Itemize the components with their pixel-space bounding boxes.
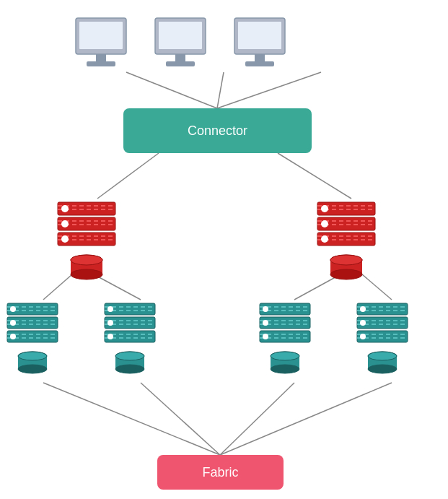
svg-point-41 (71, 255, 102, 265)
red-server-right-icon (314, 199, 386, 282)
svg-point-116 (360, 320, 366, 326)
svg-line-4 (278, 153, 351, 199)
svg-rect-18 (159, 22, 202, 49)
diagram-container: Connector (0, 0, 448, 499)
computer-icon-2 (151, 14, 209, 72)
svg-rect-20 (166, 61, 195, 66)
svg-point-85 (107, 334, 113, 339)
connector-box: Connector (123, 108, 312, 153)
svg-point-69 (10, 334, 16, 339)
svg-point-83 (107, 306, 113, 312)
red-server-left (54, 199, 126, 285)
computers-row (72, 14, 289, 72)
teal-server-rr (353, 300, 418, 382)
teal-server-ll (4, 300, 69, 382)
teal-server-lm-icon (101, 300, 166, 379)
svg-point-99 (263, 306, 268, 312)
svg-point-105 (271, 352, 299, 360)
svg-line-0 (126, 72, 217, 108)
svg-point-68 (10, 320, 16, 326)
svg-point-121 (368, 352, 397, 360)
teal-server-lm (101, 300, 166, 382)
fabric-box: Fabric (157, 455, 284, 490)
teal-server-rm-icon (256, 300, 321, 379)
fabric-label: Fabric (202, 465, 238, 480)
svg-point-52 (321, 220, 328, 227)
svg-point-101 (263, 334, 268, 339)
svg-point-89 (115, 352, 144, 360)
computer-icon-1 (72, 14, 130, 72)
svg-point-84 (107, 320, 113, 326)
red-server-left-icon (54, 199, 126, 282)
teal-server-ll-icon (4, 300, 69, 379)
svg-rect-15 (96, 54, 106, 61)
svg-line-12 (220, 383, 392, 455)
svg-rect-22 (238, 22, 281, 49)
svg-point-56 (330, 269, 362, 279)
svg-point-67 (10, 306, 16, 312)
svg-point-53 (321, 235, 328, 243)
svg-point-104 (271, 365, 299, 373)
svg-line-11 (220, 383, 294, 455)
svg-line-3 (97, 153, 159, 199)
svg-point-40 (71, 269, 102, 279)
svg-point-51 (321, 205, 328, 212)
computer-icon-3 (231, 14, 289, 72)
svg-point-34 (61, 205, 69, 212)
svg-line-10 (141, 383, 220, 455)
svg-point-57 (330, 255, 362, 265)
svg-rect-23 (255, 54, 265, 61)
teal-server-rm (256, 300, 321, 382)
svg-point-36 (61, 235, 69, 243)
svg-line-1 (217, 72, 224, 108)
svg-rect-24 (245, 61, 274, 66)
svg-point-35 (61, 220, 69, 227)
svg-line-9 (43, 383, 220, 455)
svg-rect-19 (175, 54, 185, 61)
svg-point-88 (115, 365, 144, 373)
teal-server-rr-icon (353, 300, 418, 379)
svg-point-117 (360, 334, 366, 339)
svg-point-73 (18, 352, 47, 360)
svg-line-2 (217, 72, 321, 108)
svg-point-72 (18, 365, 47, 373)
red-server-right (314, 199, 386, 285)
svg-point-120 (368, 365, 397, 373)
svg-rect-14 (79, 22, 123, 49)
svg-rect-16 (87, 61, 115, 66)
connector-label: Connector (188, 123, 247, 139)
svg-point-115 (360, 306, 366, 312)
svg-point-100 (263, 320, 268, 326)
